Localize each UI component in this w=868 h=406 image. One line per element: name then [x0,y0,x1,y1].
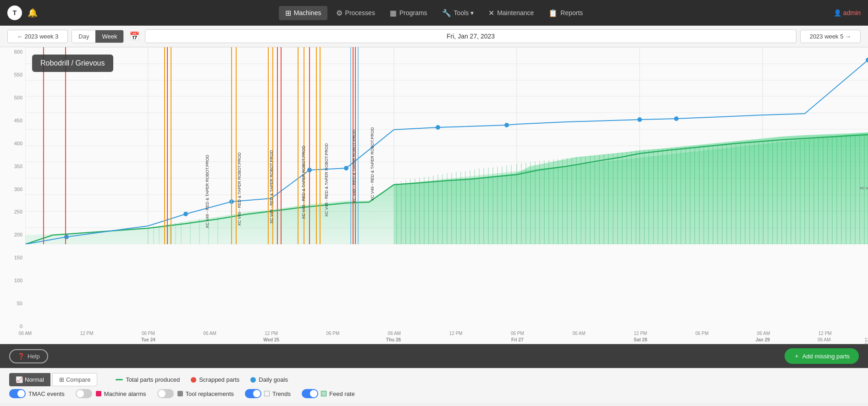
svg-point-136 [183,212,188,216]
normal-compare-toggle: 📈 Normal ⊞ Compare [9,373,97,386]
y-axis: 0 50 100 150 200 250 300 350 400 450 500… [0,47,25,331]
svg-text:XC V49 - RED & TAPER ROBOT.PRO: XC V49 - RED & TAPER ROBOT.PROD [237,152,242,226]
programs-icon: ▦ [390,9,397,17]
tool-replacements-toggle[interactable] [157,389,174,398]
help-icon: ❓ [17,353,25,360]
main-chart: Robodrill / Grievous 0 50 100 150 200 25… [0,47,868,344]
tool-replacements-color [177,391,183,396]
tmac-events-toggle[interactable] [9,389,26,398]
week-navigation: ← 2023 week 3 Day Week 📅 Fri, Jan 27, 20… [0,26,868,47]
bottom-panel: ❓ Help ＋ Add missing parts [0,344,868,368]
svg-point-142 [637,117,642,122]
machine-alarms-toggle[interactable] [76,389,92,398]
nav-programs[interactable]: ▦ Programs [383,6,434,20]
total-parts-icon [116,379,123,380]
machine-label: Robodrill / Grievous [32,55,113,72]
next-week-button[interactable]: 2023 week 5 → [800,30,861,43]
user-icon: 👤 [834,9,841,16]
legend-feed-rate: Feed rate [302,389,355,398]
legend-row-1: 📈 Normal ⊞ Compare Total parts produced … [9,373,859,386]
reports-icon: 📋 [548,9,558,17]
topnav-right: 👤 admin [834,9,861,16]
current-date-display: Fri, Jan 27, 2023 [145,29,796,43]
daily-goals-icon [250,377,256,383]
svg-text:XC V49 - RED & TAPER ROBOT.PRO: XC V49 - RED & TAPER ROBOT.PROD [324,143,329,217]
legend-daily-goals: Daily goals [250,376,288,383]
compare-button[interactable]: ⊞ Compare [52,373,97,386]
svg-text:XC V49 - RED & TAPER C(ROBOT.P: XC V49 - RED & TAPER C(ROBOT.PROD [860,186,868,190]
machine-alarms-color [96,391,101,396]
day-toggle-button[interactable]: Day [72,30,95,43]
nav-reports[interactable]: 📋 Reports [542,6,589,20]
svg-text:XC V49 - RED & TAPER ROBOT.PRO: XC V49 - RED & TAPER ROBOT.PROD [269,150,274,224]
x-axis: 06 AM 12 PM 06 PM Tue 24 06 AM 12 PM 06 … [25,331,868,344]
legend-tool-replacements: Tool replacements [157,389,234,398]
feed-rate-color [321,391,326,396]
machines-icon: ⊞ [285,9,291,17]
svg-text:XC V49 - RED & TAPER ROBOT.PRO: XC V49 - RED & TAPER ROBOT.PROD [352,129,356,203]
compare-icon: ⊞ [59,376,64,383]
svg-point-139 [344,166,348,170]
svg-point-135 [64,235,69,239]
svg-text:XC V49 - RED & TAPER ROBOT.PRO: XC V49 - RED & TAPER ROBOT.PROD [301,145,306,219]
legend-machine-alarms: Machine alarms [76,389,146,398]
top-navigation: T 🔔 ⊞ Machines ⚙ Processes ▦ Programs 🔧 … [0,0,868,26]
normal-button[interactable]: 📈 Normal [9,373,50,386]
svg-point-140 [436,125,440,130]
nav-processes[interactable]: ⚙ Processes [330,6,381,20]
day-week-toggle: Day Week [72,30,124,43]
legend-row-2: TMAC events Machine alarms Tool replacem… [9,389,859,398]
app-logo[interactable]: T [7,5,22,20]
trends-toggle[interactable] [245,389,261,398]
help-button[interactable]: ❓ Help [9,349,48,363]
svg-point-143 [674,116,679,121]
week-toggle-button[interactable]: Week [95,30,123,43]
chart-icon: 📈 [16,376,23,383]
chart-svg: XC V49 - RED & TAPER ROBOT.PROD XC V49 -… [25,47,868,244]
nav-menu: ⊞ Machines ⚙ Processes ▦ Programs 🔧 Tool… [279,6,590,20]
bell-icon[interactable]: 🔔 [28,8,38,18]
nav-tools[interactable]: 🔧 Tools ▾ [436,6,481,20]
calendar-icon[interactable]: 📅 [127,29,141,43]
svg-text:XC V49 - RED & TAPER ROBOT.PRO: XC V49 - RED & TAPER ROBOT.PROD [205,154,210,228]
legend-total-parts: Total parts produced [116,376,180,383]
prev-week-button[interactable]: ← 2023 week 3 [7,30,68,43]
nav-machines[interactable]: ⊞ Machines [279,6,328,20]
svg-text:XC V49 - RED & TAPER ROBOT.PRO: XC V49 - RED & TAPER ROBOT.PROD [370,127,375,201]
plus-icon: ＋ [794,352,800,360]
processes-icon: ⚙ [336,9,343,17]
tools-icon: 🔧 [442,9,451,17]
svg-point-141 [504,123,509,127]
legend-tmac-events: TMAC events [9,389,65,398]
feed-rate-toggle[interactable] [302,389,318,398]
maintenance-icon: ✕ [488,9,494,17]
legend-trends: Trends [245,389,291,398]
nav-maintenance[interactable]: ✕ Maintenance [482,6,540,20]
legend-panel: 📈 Normal ⊞ Compare Total parts produced … [0,368,868,403]
trends-color [264,391,270,396]
legend-scrapped-parts: Scrapped parts [191,376,239,383]
admin-button[interactable]: 👤 admin [834,9,861,16]
add-missing-parts-button[interactable]: ＋ Add missing parts [785,348,859,364]
scrapped-parts-icon [191,377,196,383]
